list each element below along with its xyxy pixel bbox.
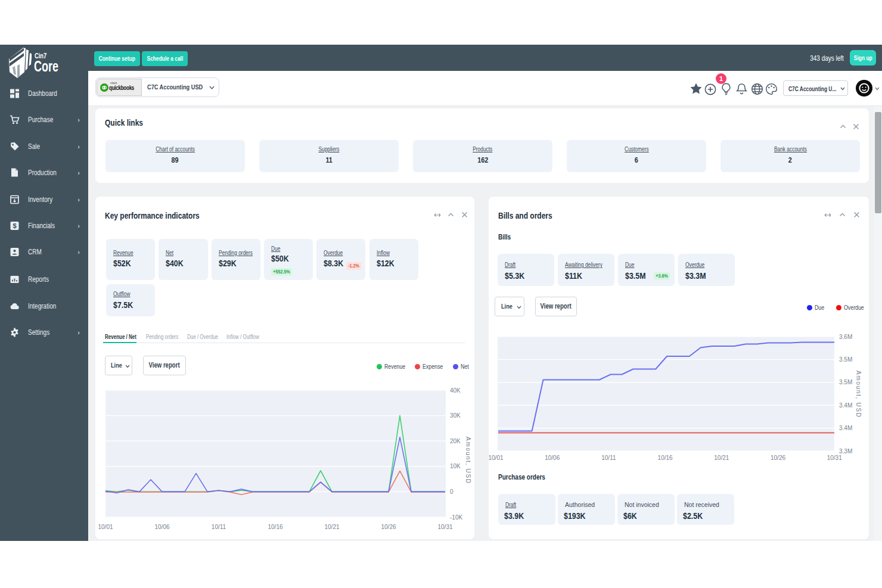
svg-text:-10K: -10K — [450, 514, 462, 521]
svg-text:3.4M: 3.4M — [839, 402, 852, 409]
svg-text:10/06: 10/06 — [154, 524, 169, 530]
svg-text:30K: 30K — [450, 412, 461, 419]
svg-text:10/31: 10/31 — [827, 455, 842, 461]
svg-text:3.5M: 3.5M — [839, 356, 852, 363]
svg-text:3.4M: 3.4M — [839, 425, 852, 431]
svg-text:10/26: 10/26 — [381, 524, 396, 530]
svg-text:10/21: 10/21 — [714, 455, 729, 461]
svg-text:40K: 40K — [450, 387, 461, 394]
svg-text:3.6M: 3.6M — [839, 334, 852, 340]
svg-text:0: 0 — [450, 489, 454, 495]
svg-text:$: $ — [13, 222, 16, 229]
svg-text:10/11: 10/11 — [212, 524, 226, 530]
svg-text:3.3M: 3.3M — [839, 448, 852, 455]
svg-text:Amount, USD: Amount, USD — [855, 371, 862, 417]
svg-text:Amount, USD: Amount, USD — [465, 437, 471, 483]
svg-text:10/01: 10/01 — [489, 455, 504, 461]
svg-text:10K: 10K — [450, 463, 461, 469]
svg-text:10/06: 10/06 — [545, 455, 560, 461]
svg-text:10/21: 10/21 — [324, 524, 339, 530]
svg-text:10/16: 10/16 — [658, 455, 673, 461]
svg-text:10/11: 10/11 — [601, 455, 616, 461]
svg-text:20K: 20K — [450, 438, 461, 444]
svg-text:10/01: 10/01 — [98, 524, 113, 530]
svg-text:3.5M: 3.5M — [839, 379, 852, 385]
svg-text:10/31: 10/31 — [437, 524, 452, 530]
svg-text:10/16: 10/16 — [268, 524, 282, 530]
svg-text:10/26: 10/26 — [771, 455, 785, 461]
